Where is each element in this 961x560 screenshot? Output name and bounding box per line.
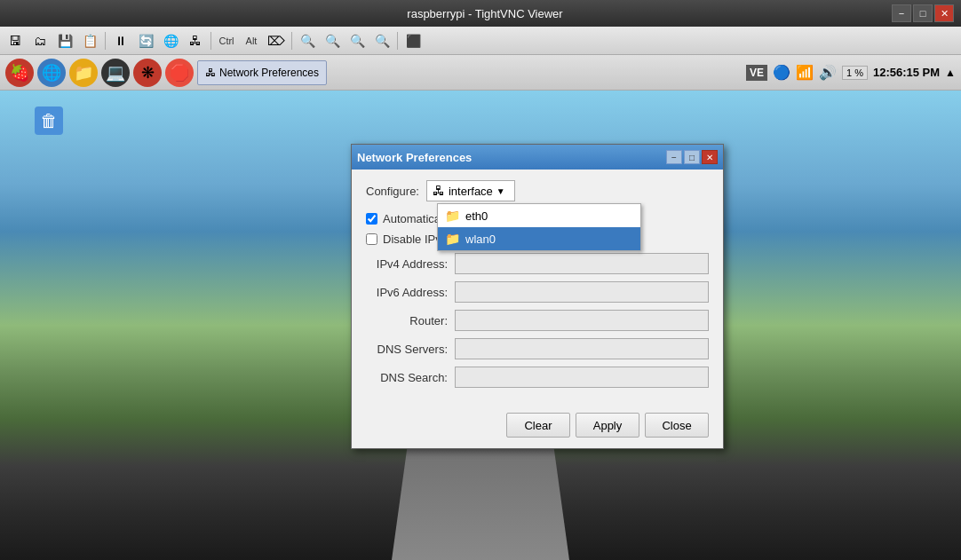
toolbar-open[interactable]: 🗂 [28, 29, 52, 52]
ipv6-row: IPv6 Address: [366, 281, 709, 303]
wifi-icon[interactable]: 📶 [796, 64, 814, 81]
ipv4-label: IPv4 Address: [366, 257, 455, 271]
toolbar-zoom-in[interactable]: 🔍 [321, 29, 344, 52]
dialog-maximize-button[interactable]: □ [684, 150, 700, 164]
dialog-body: Configure: 🖧 interface ▼ 📁 eth0 📁 wlan0 [352, 170, 723, 406]
taskbar-browser-icon[interactable]: 🌐 [37, 59, 66, 87]
ipv4-row: IPv4 Address: [366, 253, 709, 274]
interface-folder-icon: 🖧 [433, 184, 445, 198]
ipv4-input[interactable] [455, 253, 709, 274]
notifications-icon[interactable]: ▲ [945, 67, 956, 79]
maximize-button[interactable]: □ [913, 4, 933, 22]
toolbar-save[interactable]: 💾 [53, 29, 76, 52]
toolbar-refresh[interactable]: 🔄 [134, 29, 157, 52]
disable-ipv6-checkbox[interactable] [366, 233, 377, 245]
taskbar-stop-icon[interactable]: 🛑 [165, 59, 194, 87]
toolbar: 🖫 🗂 💾 📋 ⏸ 🔄 🌐 🖧 Ctrl Alt ⌦ 🔍 🔍 🔍 🔍 ⬛ [0, 27, 961, 55]
trash-icon[interactable]: 🗑 [27, 99, 71, 144]
toolbar-new[interactable]: 🖫 [4, 29, 27, 52]
router-input[interactable] [455, 310, 709, 331]
ipv6-input[interactable] [455, 281, 709, 303]
eth0-label: eth0 [465, 209, 488, 223]
configure-row: Configure: 🖧 interface ▼ 📁 eth0 📁 wlan0 [366, 180, 709, 201]
clock: 12:56:15 PM [873, 66, 940, 79]
close-button[interactable]: ✕ [934, 4, 954, 22]
interface-dropdown[interactable]: 🖧 interface ▼ [426, 180, 515, 201]
toolbar-ctrl[interactable]: Ctrl [215, 29, 238, 52]
toolbar-separator-1 [105, 32, 106, 50]
configure-label: Configure: [366, 185, 419, 198]
dns-search-input[interactable] [455, 367, 709, 388]
dns-servers-row: DNS Servers: [366, 338, 709, 359]
desktop: 🗑 Network Preferences − □ ✕ Configure: 🖧… [0, 91, 961, 560]
toolbar-props[interactable]: 📋 [78, 29, 101, 52]
toolbar-fullscreen[interactable]: ⬛ [401, 29, 425, 52]
toolbar-separator-3 [291, 32, 292, 50]
network-preferences-dialog: Network Preferences − □ ✕ Configure: 🖧 i… [351, 144, 724, 449]
clear-button[interactable]: Clear [506, 413, 570, 438]
taskbar-files-icon[interactable]: 📁 [69, 59, 98, 87]
toolbar-del[interactable]: ⌦ [265, 29, 288, 52]
toolbar-zoom-fit[interactable]: 🔍 [345, 29, 369, 52]
router-label: Router: [366, 314, 455, 327]
network-preferences-taskbar-btn[interactable]: 🖧 Network Preferences [197, 60, 327, 85]
dropdown-arrow-icon: ▼ [496, 186, 505, 196]
volume-icon[interactable]: 🔊 [819, 64, 837, 81]
dns-search-label: DNS Search: [366, 371, 455, 384]
wlan0-label: wlan0 [465, 233, 496, 246]
dialog-title: Network Preferences [357, 151, 472, 164]
router-row: Router: [366, 310, 709, 331]
window-controls: − □ ✕ [892, 4, 954, 22]
taskbar: 🍓 🌐 📁 💻 ❋ 🛑 🖧 Network Preferences VE 🔵 📶… [0, 55, 961, 91]
interface-label: interface [449, 185, 493, 198]
interface-dropdown-menu: 📁 eth0 📁 wlan0 [437, 203, 641, 251]
titlebar: raspberrypi - TightVNC Viewer − □ ✕ [0, 0, 961, 27]
taskbar-asterisk-icon[interactable]: ❋ [133, 59, 162, 87]
toolbar-pause[interactable]: ⏸ [109, 29, 132, 52]
dialog-close-action-button[interactable]: Close [645, 413, 709, 438]
ve-icon[interactable]: VE [746, 65, 767, 81]
toolbar-separator-4 [397, 32, 398, 50]
toolbar-network[interactable]: 🌐 [159, 29, 182, 52]
window-title: raspberrypi - TightVNC Viewer [78, 7, 892, 20]
dialog-title-controls: − □ ✕ [666, 150, 718, 164]
dialog-footer: Clear Apply Close [352, 406, 723, 448]
bluetooth-icon[interactable]: 🔵 [773, 64, 790, 81]
dialog-minimize-button[interactable]: − [666, 150, 682, 164]
taskbar-raspberry-icon[interactable]: 🍓 [5, 59, 34, 87]
ipv6-label: IPv6 Address: [366, 286, 455, 299]
auto-configure-checkbox[interactable] [366, 213, 377, 225]
taskbar-app-label: Network Preferences [219, 67, 319, 79]
toolbar-alt[interactable]: Alt [240, 29, 263, 52]
battery-label: 1 % [842, 66, 868, 80]
eth0-icon: 📁 [445, 209, 460, 223]
toolbar-zoom-out[interactable]: 🔍 [296, 29, 319, 52]
dns-search-row: DNS Search: [366, 367, 709, 388]
dropdown-item-wlan0[interactable]: 📁 wlan0 [438, 227, 640, 250]
wlan0-icon: 📁 [445, 232, 460, 246]
dialog-titlebar: Network Preferences − □ ✕ [352, 145, 723, 170]
system-tray: VE 🔵 📶 🔊 1 % 12:56:15 PM ▲ [746, 64, 956, 81]
dns-servers-input[interactable] [455, 338, 709, 359]
toolbar-connect[interactable]: 🖧 [184, 29, 207, 52]
dropdown-item-eth0[interactable]: 📁 eth0 [438, 204, 640, 227]
taskbar-terminal-icon[interactable]: 💻 [101, 59, 130, 87]
toolbar-separator-2 [210, 32, 211, 50]
minimize-button[interactable]: − [892, 4, 911, 22]
apply-button[interactable]: Apply [576, 413, 639, 438]
taskbar-app-icon: 🖧 [205, 67, 216, 79]
dns-servers-label: DNS Servers: [366, 343, 455, 356]
toolbar-zoom-reset[interactable]: 🔍 [370, 29, 393, 52]
dialog-close-button[interactable]: ✕ [702, 150, 718, 164]
